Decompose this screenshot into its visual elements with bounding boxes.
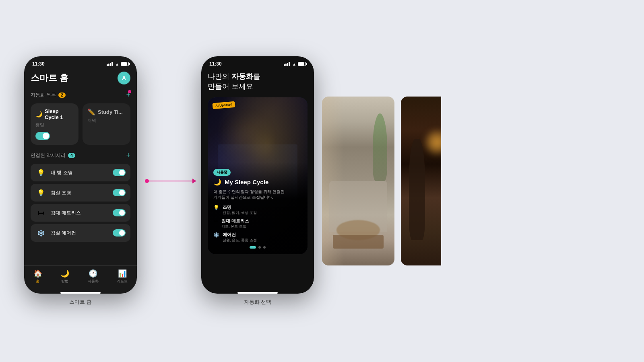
time-2: 11:30 <box>209 61 222 67</box>
arrow-container <box>137 181 201 181</box>
arrow-line <box>145 181 193 181</box>
automation-card2-sub: 저녁 <box>87 117 126 123</box>
automation-card-2[interactable]: ✏️ Study Ti... 저녁 <box>83 103 130 145</box>
bottom-nav-1: 🏠 홈 🌙 방법 🕐 자동화 📊 리포트 <box>24 265 137 290</box>
clock-icon: 🕐 <box>89 269 97 278</box>
feature-sub-2: 각도, 온도 조절 <box>221 224 249 229</box>
feature-name-3: 에어컨 <box>223 232 257 238</box>
add-accessory-button[interactable]: + <box>126 151 130 160</box>
dot-1 <box>250 246 256 249</box>
wifi-icon-2: ▲ <box>292 62 296 66</box>
feature-name-2: 침대 매트리스 <box>221 218 249 224</box>
accessory-name-3: 침대 매트리스 <box>51 210 81 216</box>
status-bar-2: 11:30 ▲ <box>201 56 314 68</box>
toggle-accessory-4[interactable] <box>113 229 126 237</box>
phone2-content: 나만의 자동화를만들어 보세요 <box>201 68 314 289</box>
accessory-name-4: 침실 에어컨 <box>51 230 76 237</box>
phone1-caption: 스마트 홈 <box>69 298 92 306</box>
nav-report-label: 리포트 <box>117 279 128 284</box>
feature-item-1: 💡 조명 전원, 밝기, 색상 조절 <box>213 204 302 216</box>
status-icons-2: ▲ <box>284 62 306 66</box>
accessories-section-header: 연결된 악세서리 4 + <box>31 151 130 160</box>
moon-nav-icon: 🌙 <box>60 269 69 278</box>
usage-badge: 사용중 <box>213 169 231 176</box>
phone1-header: 스마트 홈 A <box>31 72 130 84</box>
dot-2 <box>258 246 261 249</box>
chart-icon: 📊 <box>118 269 127 278</box>
nav-report[interactable]: 📊 리포트 <box>117 269 128 284</box>
battery-icon-2 <box>298 62 306 66</box>
toggle-accessory-1[interactable] <box>113 169 126 176</box>
phone2: 11:30 ▲ <box>201 56 314 294</box>
automation-section-header: 자동화 목록 2 + <box>31 91 130 99</box>
feature-icon-3: ❄️ <box>213 232 219 238</box>
nav-routine[interactable]: 🌙 방법 <box>60 269 69 284</box>
automation-card-1[interactable]: 🌙 Sleep Cycle 1 평일 <box>31 103 78 145</box>
accessory-item-3[interactable]: 🛏 침대 매트리스 <box>31 204 130 222</box>
right-images <box>322 97 441 265</box>
toggle-1[interactable] <box>35 132 50 140</box>
feature-item-2: 🛏 침대 매트리스 각도, 온도 조절 <box>213 218 302 229</box>
avatar-1[interactable]: A <box>118 72 130 84</box>
card-moon-icon: 🌙 <box>213 178 221 186</box>
nav-automation[interactable]: 🕐 자동화 <box>88 269 99 284</box>
phone2-title: 나만의 자동화를만들어 보세요 <box>208 72 308 92</box>
feature-sub-1: 전원, 밝기, 색상 조절 <box>223 210 257 216</box>
phone1-title: 스마트 홈 <box>31 72 68 84</box>
signal-icon-2 <box>284 62 290 66</box>
accessories-section: 연결된 악세서리 4 + 💡 내 방 조명 <box>31 151 130 242</box>
automation-card1-name: Sleep Cycle 1 <box>45 108 74 120</box>
automation-badge: 2 <box>58 93 66 98</box>
automation-card-large[interactable]: AI Updated 사용중 🌙 My Sleep Cycle 더 좋은 수면의… <box>208 97 308 254</box>
room-image-1-bg <box>322 97 394 265</box>
home-bar-1 <box>60 292 101 294</box>
light-icon-2: 💡 <box>35 187 47 198</box>
accessory-name-1: 내 방 조명 <box>51 169 73 176</box>
feature-icon-1: 💡 <box>213 205 219 210</box>
card-content: 사용중 🌙 My Sleep Cycle 더 좋은 수면의 질과 경험을 위해 … <box>208 162 308 254</box>
phone2-wrapper: 11:30 ▲ <box>201 56 314 306</box>
moon-icon-1: 🌙 <box>35 111 42 117</box>
home-bar-2 <box>237 292 278 294</box>
pencil-icon: ✏️ <box>87 108 95 116</box>
feature-icon-2: 🛏 <box>213 218 218 224</box>
ac-icon: ❄️ <box>35 227 47 239</box>
feature-item-3: ❄️ 에어컨 전원, 온도, 풍향 조절 <box>213 232 302 243</box>
battery-icon-1 <box>121 62 129 66</box>
accessory-item-4[interactable]: ❄️ 침실 에어컨 <box>31 224 130 242</box>
toggle-accessory-3[interactable] <box>113 209 126 216</box>
phone1-wrapper: 11:30 ▲ <box>24 56 137 306</box>
room-image-2 <box>401 97 441 265</box>
room-image-1 <box>322 97 394 265</box>
wifi-icon-1: ▲ <box>115 62 119 66</box>
feature-name-1: 조명 <box>223 204 257 210</box>
accessory-item-2[interactable]: 💡 침실 조명 <box>31 184 130 202</box>
nav-routine-label: 방법 <box>61 279 68 284</box>
time-1: 11:30 <box>32 61 45 67</box>
main-layout: 11:30 ▲ <box>0 56 644 306</box>
nav-home-label: 홈 <box>36 279 39 284</box>
dot-3 <box>263 246 266 249</box>
signal-icon-1 <box>107 62 113 66</box>
feature-sub-3: 전원, 온도, 풍향 조절 <box>223 238 257 243</box>
phone1-content: 스마트 홈 A 자동화 목록 2 + <box>24 68 137 265</box>
automation-card1-header: 🌙 Sleep Cycle 1 <box>35 108 74 120</box>
automation-card1-sub: 평일 <box>35 122 74 128</box>
accessory-item-1[interactable]: 💡 내 방 조명 <box>31 164 130 181</box>
accessories-title: 연결된 악세서리 4 <box>31 152 75 159</box>
nav-automation-label: 자동화 <box>88 279 99 284</box>
bed-icon: 🛏 <box>35 207 47 218</box>
light-icon-1: 💡 <box>35 167 47 178</box>
add-dot <box>128 90 131 93</box>
accessories-badge: 4 <box>68 153 75 158</box>
nav-home[interactable]: 🏠 홈 <box>33 269 42 284</box>
add-automation-button[interactable]: + <box>126 91 130 99</box>
scene: 11:30 ▲ <box>0 0 644 362</box>
automation-section-title: 자동화 목록 2 <box>31 92 66 99</box>
phone2-caption: 자동화 선택 <box>244 298 272 306</box>
room-image-2-bg <box>401 97 441 265</box>
automation-card2-header: ✏️ Study Ti... <box>87 108 126 116</box>
card-features: 💡 조명 전원, 밝기, 색상 조절 🛏 <box>213 204 302 243</box>
toggle-accessory-2[interactable] <box>113 189 126 196</box>
dots-container <box>213 246 302 249</box>
